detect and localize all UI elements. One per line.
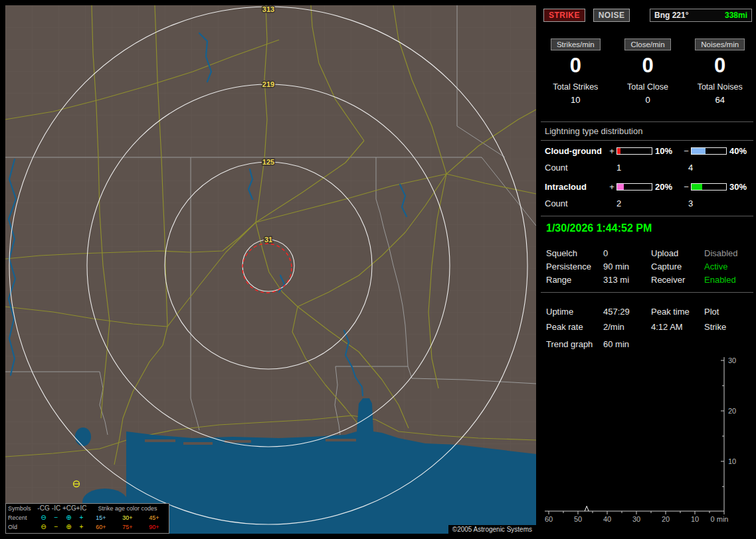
legend-col-neg-cg: -CG — [37, 505, 50, 512]
ic-positive-bar — [616, 183, 652, 191]
persistence-label: Persistence — [546, 262, 603, 271]
plot-label: Plot — [704, 307, 756, 317]
xtick-10: 10 — [691, 515, 699, 523]
noises-per-min-button[interactable]: Noises/min — [695, 38, 745, 50]
bearing-readout: Bng 221° 338mi — [650, 9, 752, 22]
age-75: 75+ — [114, 524, 141, 530]
trend-graph-label: Trend graph — [546, 339, 603, 349]
legend-recent-label: Recent — [8, 514, 37, 521]
strikes-per-min-button[interactable]: Strikes/min — [551, 38, 601, 50]
totals-row: Total Strikes 10 Total Close 0 Total Noi… — [539, 82, 756, 105]
peak-time-label: Peak time — [651, 307, 704, 317]
stormtracker-app: { "map": { "range_ring_labels": ["313", … — [0, 0, 756, 539]
xtick-0min: 0 min — [711, 515, 729, 523]
status-table: Squelch 0 Upload Disabled Persistence 90… — [539, 246, 756, 286]
old-pos-cg-icon: ⊕ — [62, 524, 75, 530]
intracloud-row: Intracloud + 20% − 30% — [539, 182, 756, 192]
info-row: Peak rate 2/min 4:12 AM Strike — [539, 319, 756, 335]
ic-negative-pct: 30% — [727, 182, 753, 192]
total-strikes-value: 10 — [539, 95, 612, 105]
recent-neg-ic-icon: − — [50, 514, 62, 521]
x-major-ticks — [549, 511, 724, 514]
legend-age-header: Strike age color codes — [88, 505, 167, 512]
total-noises-label: Total Noises — [684, 82, 756, 92]
persistence-value: 90 min — [603, 262, 651, 271]
age-15: 15+ — [88, 514, 114, 521]
upload-status: Disabled — [704, 248, 756, 258]
intracloud-label: Intracloud — [545, 182, 607, 192]
xtick-50: 50 — [574, 515, 582, 523]
recent-neg-cg-icon: ⊖ — [37, 514, 50, 521]
ytick-10: 10 — [728, 457, 736, 465]
age-60: 60+ — [88, 524, 114, 530]
close-per-min-button[interactable]: Close/min — [624, 38, 670, 50]
cloud-ground-count-row: Count 1 4 — [539, 163, 756, 173]
recent-pos-ic-icon: + — [75, 514, 88, 521]
plus-sign: + — [607, 146, 616, 156]
old-neg-cg-icon: ⊖ — [37, 524, 50, 530]
separator — [541, 216, 753, 216]
squelch-label: Squelch — [546, 248, 603, 258]
bearing-label: Bng 221° — [654, 11, 688, 20]
trend-spike — [585, 506, 589, 511]
upload-label: Upload — [651, 248, 704, 258]
recent-pos-cg-icon: ⊕ — [62, 514, 75, 521]
peak-time-value: 4:12 AM — [651, 322, 704, 332]
legend-recent-row: Recent ⊖ − ⊕ + 15+ 30+ 45+ — [6, 513, 169, 522]
status-row: Persistence 90 min Capture Active — [539, 260, 756, 273]
uptime-value: 457:29 — [603, 307, 651, 317]
legend-col-neg-ic: -IC — [50, 505, 62, 512]
trend-graph: 30 20 10 60 50 40 30 20 10 0 min — [539, 352, 756, 531]
cloud-ground-row: Cloud-ground + 10% − 40% — [539, 146, 756, 156]
peak-rate-label: Peak rate — [546, 322, 603, 332]
separator — [541, 121, 753, 122]
old-pos-ic-icon: + — [75, 524, 88, 530]
legend-header-row: Symbols -CG -IC +CG +IC Strike age color… — [6, 504, 169, 513]
range-label-31: 31 — [264, 236, 272, 244]
xtick-60: 60 — [545, 515, 553, 523]
close-per-min-value: 0 — [612, 54, 684, 77]
separator — [541, 292, 753, 293]
receiver-status: Enabled — [704, 275, 756, 285]
trend-graph-label-row: Trend graph 60 min — [539, 339, 756, 349]
legend-old-row: Old ⊖ − ⊕ + 60+ 75+ 90+ — [6, 522, 169, 532]
cg-positive-count: 1 — [607, 163, 679, 173]
plot-mode-value: Strike — [704, 322, 756, 332]
trend-graph-window: 60 min — [603, 339, 670, 349]
range-label-219: 219 — [262, 80, 274, 88]
cloud-ground-label: Cloud-ground — [545, 146, 607, 156]
symbols-legend: Symbols -CG -IC +CG +IC Strike age color… — [5, 503, 169, 534]
y-major-ticks — [721, 360, 724, 461]
noises-per-min-value: 0 — [684, 54, 756, 77]
capture-status: Active — [704, 262, 756, 271]
distribution-header: Lightning type distribution — [545, 126, 642, 136]
total-close-value: 0 — [612, 95, 684, 105]
range-label-313: 313 — [262, 5, 274, 13]
status-panel: STRIKE NOISE Bng 221° 338mi Strikes/min … — [539, 0, 756, 539]
ic-negative-count: 3 — [679, 198, 751, 208]
old-neg-ic-icon: − — [50, 524, 62, 530]
clock-readout: 1/30/2026 1:44:52 PM — [546, 222, 652, 234]
legend-old-label: Old — [8, 524, 37, 530]
ic-positive-pct: 20% — [652, 182, 682, 192]
info-table: Uptime 457:29 Peak time Plot Peak rate 2… — [539, 304, 756, 335]
status-row: Range 313 mi Receiver Enabled — [539, 273, 756, 286]
noise-indicator-button[interactable]: NOISE — [593, 9, 630, 22]
ytick-20: 20 — [728, 407, 736, 415]
bearing-distance: 338mi — [725, 11, 747, 20]
map-canvas: 313 219 125 31 — [5, 5, 536, 534]
total-close-label: Total Close — [612, 82, 684, 92]
minus-sign: − — [682, 182, 691, 192]
trend-y-labels: 30 20 10 — [728, 356, 736, 465]
intracloud-count-row: Count 2 3 — [539, 198, 756, 208]
legend-col-pos-cg: +CG — [62, 505, 75, 512]
cg-negative-bar — [691, 147, 727, 155]
range-value: 313 mi — [603, 275, 651, 285]
strike-indicator-button[interactable]: STRIKE — [543, 9, 585, 22]
legend-col-pos-ic: +IC — [75, 505, 88, 512]
age-90: 90+ — [141, 524, 167, 530]
receiver-label: Receiver — [651, 275, 704, 285]
age-45: 45+ — [141, 514, 167, 521]
count-label: Count — [545, 198, 607, 208]
ic-negative-bar — [691, 183, 727, 191]
